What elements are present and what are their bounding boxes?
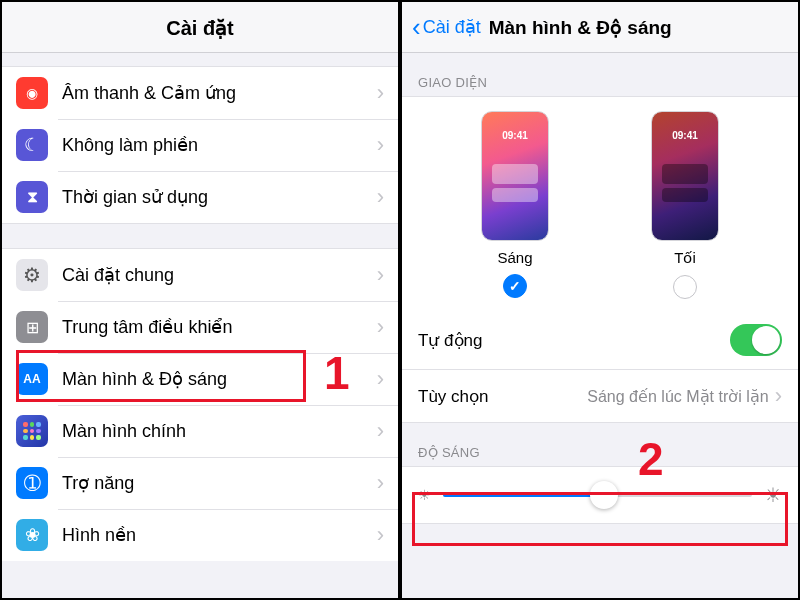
- settings-group-2: Cài đặt chung › Trung tâm điều khiển › M…: [2, 249, 398, 561]
- dark-preview: 09:41: [651, 111, 719, 241]
- chevron-right-icon: ›: [377, 80, 384, 106]
- row-label: Không làm phiền: [62, 134, 377, 156]
- row-label: Thời gian sử dụng: [62, 186, 377, 208]
- home-screen-icon: [16, 415, 48, 447]
- light-preview: 09:41: [481, 111, 549, 241]
- moon-icon: [16, 129, 48, 161]
- accessibility-icon: [16, 467, 48, 499]
- automatic-label: Tự động: [418, 330, 482, 351]
- appearance-section-header: GIAO DIỆN: [402, 53, 798, 96]
- chevron-right-icon: ›: [377, 132, 384, 158]
- row-options[interactable]: Tùy chọn Sáng đến lúc Mặt trời lặn ›: [402, 370, 798, 423]
- chevron-right-icon: ›: [377, 184, 384, 210]
- wallpaper-icon: [16, 519, 48, 551]
- settings-title: Cài đặt: [2, 2, 398, 53]
- appearance-block: 09:41 Sáng 09:41 Tối: [402, 96, 798, 312]
- row-wallpaper[interactable]: Hình nền ›: [2, 509, 398, 561]
- brightness-section-header: ĐỘ SÁNG: [402, 423, 798, 466]
- detail-header: ‹ Cài đặt Màn hình & Độ sáng: [402, 2, 798, 53]
- display-icon: [16, 363, 48, 395]
- gear-icon: [16, 259, 48, 291]
- preview-time: 09:41: [652, 130, 718, 141]
- row-sounds[interactable]: Âm thanh & Cảm ứng ›: [2, 67, 398, 119]
- row-label: Màn hình chính: [62, 421, 377, 442]
- automatic-toggle[interactable]: [730, 324, 782, 356]
- theme-light[interactable]: 09:41 Sáng: [481, 111, 549, 299]
- preview-widget: [492, 164, 538, 184]
- group-separator: [2, 223, 398, 249]
- theme-dark[interactable]: 09:41 Tối: [651, 111, 719, 299]
- preview-time: 09:41: [482, 130, 548, 141]
- group-separator: [2, 53, 398, 67]
- sun-small-icon: ☀︎: [418, 487, 431, 503]
- hourglass-icon: [16, 181, 48, 213]
- preview-widget: [662, 188, 708, 202]
- sun-large-icon: ☀︎: [764, 483, 782, 507]
- row-accessibility[interactable]: Trợ năng ›: [2, 457, 398, 509]
- theme-dark-label: Tối: [674, 249, 696, 267]
- speaker-icon: [16, 77, 48, 109]
- chevron-right-icon: ›: [377, 470, 384, 496]
- settings-group-1: Âm thanh & Cảm ứng › Không làm phiền › T…: [2, 67, 398, 223]
- row-automatic[interactable]: Tự động: [402, 311, 798, 370]
- back-button[interactable]: ‹ Cài đặt: [412, 14, 481, 40]
- back-label: Cài đặt: [423, 16, 481, 38]
- preview-widget: [662, 164, 708, 184]
- row-home-screen[interactable]: Màn hình chính ›: [2, 405, 398, 457]
- brightness-slider[interactable]: [443, 493, 752, 497]
- chevron-right-icon: ›: [775, 383, 782, 409]
- chevron-right-icon: ›: [377, 262, 384, 288]
- theme-light-radio[interactable]: [503, 274, 527, 298]
- chevron-right-icon: ›: [377, 522, 384, 548]
- callout-number-1: 1: [324, 346, 350, 400]
- preview-widget: [492, 188, 538, 202]
- slider-fill: [443, 493, 604, 497]
- brightness-row: ☀︎ ☀︎: [402, 466, 798, 524]
- callout-number-2: 2: [638, 432, 664, 486]
- theme-light-label: Sáng: [497, 249, 532, 266]
- row-label: Trung tâm điều khiển: [62, 316, 377, 338]
- options-value: Sáng đến lúc Mặt trời lặn: [488, 387, 774, 406]
- row-dnd[interactable]: Không làm phiền ›: [2, 119, 398, 171]
- control-center-icon: [16, 311, 48, 343]
- row-screentime[interactable]: Thời gian sử dụng ›: [2, 171, 398, 223]
- row-label: Âm thanh & Cảm ứng: [62, 82, 377, 104]
- settings-list-panel: Cài đặt Âm thanh & Cảm ứng › Không làm p…: [0, 0, 400, 600]
- theme-dark-radio[interactable]: [673, 275, 697, 299]
- row-label: Trợ năng: [62, 472, 377, 494]
- display-brightness-panel: ‹ Cài đặt Màn hình & Độ sáng GIAO DIỆN 0…: [400, 0, 800, 600]
- chevron-left-icon: ‹: [412, 14, 421, 40]
- row-general[interactable]: Cài đặt chung ›: [2, 249, 398, 301]
- chevron-right-icon: ›: [377, 418, 384, 444]
- options-label: Tùy chọn: [418, 386, 488, 407]
- row-label: Hình nền: [62, 524, 377, 546]
- row-label: Cài đặt chung: [62, 264, 377, 286]
- detail-title: Màn hình & Độ sáng: [489, 16, 788, 39]
- slider-thumb[interactable]: [590, 481, 618, 509]
- chevron-right-icon: ›: [377, 366, 384, 392]
- chevron-right-icon: ›: [377, 314, 384, 340]
